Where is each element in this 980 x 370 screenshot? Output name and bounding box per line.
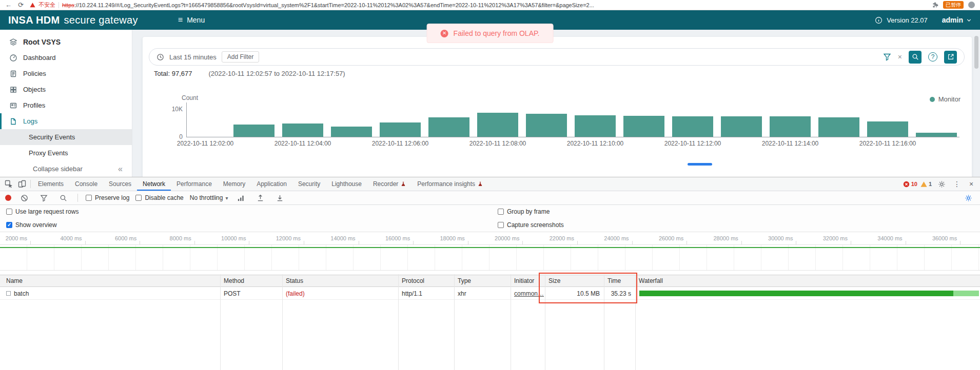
checkbox-checked <box>6 222 12 228</box>
info-icon[interactable] <box>875 16 883 24</box>
device-toolbar-icon[interactable] <box>15 177 29 191</box>
tab-application[interactable]: Application <box>251 177 292 191</box>
error-toast: ✕ Failed to query from OLAP. <box>427 24 554 43</box>
ruler-label: 22000 ms <box>538 235 574 241</box>
chart-legend[interactable]: Monitor <box>930 95 961 103</box>
request-icon <box>6 291 11 296</box>
column-divider[interactable] <box>282 274 283 370</box>
network-settings-icon[interactable] <box>962 194 975 202</box>
preserve-log-checkbox[interactable]: Preserve log <box>86 194 129 201</box>
column-header-initiator[interactable]: Initiator <box>511 277 545 284</box>
chart-scrollbar-thumb[interactable] <box>688 163 712 166</box>
tab-network[interactable]: Network <box>137 177 171 191</box>
column-header-size[interactable]: Size <box>545 277 604 284</box>
column-divider[interactable] <box>604 274 604 370</box>
sidebar-item-objects[interactable]: Objects <box>0 81 132 97</box>
column-header-protocol[interactable]: Protocol <box>398 277 454 284</box>
record-button[interactable] <box>5 195 11 201</box>
extensions-icon[interactable] <box>932 2 938 8</box>
tab-lighthouse[interactable]: Lighthouse <box>326 177 367 191</box>
console-warnings-badge[interactable]: 1 <box>920 181 932 188</box>
search-icon[interactable] <box>56 194 70 202</box>
column-header-waterfall[interactable]: Waterfall <box>635 277 980 284</box>
menu-button[interactable]: ≡ Menu <box>178 16 205 24</box>
export-har-icon[interactable] <box>273 194 286 202</box>
filter-bar: Last 15 minutes Add Filter × ? <box>149 48 965 66</box>
tab-console[interactable]: Console <box>69 177 103 191</box>
network-overview[interactable] <box>0 245 980 271</box>
show-overview-checkbox[interactable]: Show overview <box>6 221 498 229</box>
column-divider[interactable] <box>220 274 221 370</box>
tab-elements[interactable]: Elements <box>32 177 69 191</box>
column-header-method[interactable]: Method <box>220 277 282 284</box>
devtools-close-icon[interactable]: × <box>966 180 977 188</box>
sidebar-item-proxy-events[interactable]: Proxy Events <box>0 145 132 161</box>
collapse-chevrons-icon: « <box>118 165 123 174</box>
search-button[interactable] <box>909 51 922 64</box>
add-filter-button[interactable]: Add Filter <box>222 51 259 63</box>
devtools-settings-icon[interactable] <box>935 180 948 188</box>
devtools-more-icon[interactable]: ⋮ <box>951 180 963 188</box>
export-button[interactable] <box>944 51 957 64</box>
filter-icon[interactable] <box>883 53 891 61</box>
capture-screenshots-checkbox[interactable]: Capture screenshots <box>498 221 564 229</box>
column-divider[interactable] <box>454 274 455 370</box>
clear-icon[interactable] <box>17 194 31 202</box>
tab-security[interactable]: Security <box>292 177 326 191</box>
ruler-label: 32000 ms <box>812 235 848 241</box>
time-range-chip[interactable]: Last 15 minutes <box>169 53 217 61</box>
throttling-select[interactable]: No throttling ▾ <box>190 194 228 201</box>
disable-cache-checkbox[interactable]: Disable cache <box>135 194 183 201</box>
clear-filter-icon[interactable]: × <box>898 53 902 60</box>
inspect-icon[interactable] <box>2 177 15 191</box>
import-har-icon[interactable] <box>253 194 267 202</box>
user-menu[interactable]: admin <box>942 16 972 24</box>
column-divider[interactable] <box>398 274 399 370</box>
request-name-cell[interactable]: batch <box>0 290 220 297</box>
tab-memory[interactable]: Memory <box>218 177 251 191</box>
ruler-label: 26000 ms <box>648 235 683 241</box>
column-header-time[interactable]: Time <box>604 277 635 284</box>
chart-x-tick: 2022-10-11 12:08:00 <box>464 140 531 147</box>
url-scheme: https <box>62 2 74 8</box>
sidebar-item-root-vsys[interactable]: Root VSYS <box>0 34 132 50</box>
sidebar-item-security-events[interactable]: Security Events <box>0 129 132 145</box>
logs-panel: Last 15 minutes Add Filter × ? Total: 97… <box>143 37 972 177</box>
tab-sources[interactable]: Sources <box>103 177 137 191</box>
request-row[interactable]: batch POST (failed) http/1.1 xhr common…… <box>0 287 980 300</box>
column-divider[interactable] <box>545 274 545 370</box>
chart-bar <box>672 116 713 137</box>
group-by-frame-checkbox[interactable]: Group by frame <box>498 208 550 215</box>
tab-performance-insights[interactable]: Performance insights <box>411 177 488 191</box>
tab-performance[interactable]: Performance <box>171 177 218 191</box>
network-conditions-icon[interactable] <box>234 194 247 202</box>
tab-recorder[interactable]: Recorder <box>367 177 411 191</box>
sidebar-item-dashboard[interactable]: Dashboard <box>0 50 132 66</box>
chart-x-tick: 2022-10-11 12:16:00 <box>854 140 921 147</box>
sidebar-item-label: Dashboard <box>23 54 56 61</box>
console-errors-badge[interactable]: 10 <box>903 181 917 188</box>
back-icon[interactable]: ← <box>5 2 12 8</box>
help-icon[interactable]: ? <box>928 52 937 61</box>
column-header-status[interactable]: Status <box>282 277 398 284</box>
filter-icon[interactable] <box>37 194 50 202</box>
column-divider[interactable] <box>511 274 511 370</box>
sidebar-item-profiles[interactable]: Profiles <box>0 97 132 113</box>
column-divider[interactable] <box>635 274 636 370</box>
initiator-link[interactable]: common… <box>514 290 544 297</box>
use-large-rows-checkbox[interactable]: Use large request rows <box>6 208 498 215</box>
app-vertical-scrollbar[interactable] <box>974 36 978 69</box>
ruler-tick <box>522 241 523 244</box>
address-bar[interactable]: 不安全 https://10.224.11.249/#/Log_Security… <box>30 1 926 9</box>
refresh-icon[interactable]: ⟳ <box>18 2 24 8</box>
ruler-tick <box>687 241 687 244</box>
column-header-type[interactable]: Type <box>454 277 511 284</box>
caret-down-icon: ▾ <box>225 195 228 201</box>
collapse-sidebar-button[interactable]: Collapse sidebar « <box>0 161 132 177</box>
profile-avatar[interactable] <box>968 2 975 8</box>
column-header-name[interactable]: Name <box>0 277 220 284</box>
chart-bar <box>428 117 469 137</box>
paused-badge[interactable]: 已暂停 <box>943 1 964 9</box>
sidebar-item-logs[interactable]: Logs <box>0 113 132 129</box>
sidebar-item-policies[interactable]: Policies <box>0 66 132 81</box>
